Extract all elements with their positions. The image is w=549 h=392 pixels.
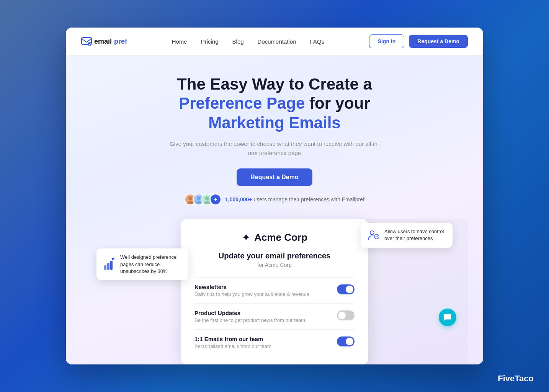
reduce-unsubscribes-icon: [103, 258, 116, 271]
pref-item-product-updates-name: Product Updates: [194, 310, 305, 316]
svg-rect-9: [107, 263, 109, 270]
pref-toggle-1-1-emails[interactable]: [337, 336, 355, 346]
svg-point-6: [205, 196, 209, 200]
pref-item-product-updates-desc: Be the first one to get product news fro…: [194, 317, 305, 323]
logo-pref: pref: [114, 38, 127, 46]
hero-title-part2: for your: [305, 94, 370, 112]
user-control-icon: [367, 228, 381, 242]
social-text: 1,000,000+ users manage their preference…: [225, 196, 364, 203]
svg-point-5: [196, 201, 202, 205]
svg-rect-8: [104, 265, 106, 270]
demo-hero-button[interactable]: Request a Demo: [237, 168, 312, 186]
tooltip-left-text: Well designed preference pages can reduc…: [120, 254, 182, 275]
avatar-plus: +: [210, 194, 221, 205]
nav-blog[interactable]: Blog: [232, 38, 244, 45]
logo-email: email: [94, 38, 112, 46]
hero-title-part1: The Easy Way to Create a: [177, 75, 372, 93]
pref-item-product-updates-text: Product Updates Be the first one to get …: [194, 310, 305, 323]
logo-icon: [81, 37, 92, 46]
social-proof: + 1,000,000+ users manage their preferen…: [185, 194, 364, 205]
social-count: 1,000,000+: [225, 196, 252, 203]
avatars: +: [185, 194, 221, 205]
pref-card-company: Acme Corp: [254, 232, 307, 243]
nav-actions: Sign In Request a Demo: [369, 34, 468, 48]
svg-rect-10: [110, 261, 113, 270]
svg-point-7: [204, 201, 210, 205]
browser-window: emailpref Home Pricing Blog Documentatio…: [66, 28, 483, 364]
pref-card: ✦ Acme Corp Update your email preference…: [181, 219, 368, 364]
pref-item-newsletters-name: Newsletters: [194, 284, 309, 290]
logo: emailpref: [81, 37, 127, 46]
social-suffix: users manage their preferences with Emai…: [252, 196, 364, 203]
nav-links: Home Pricing Blog Documentation FAQs: [172, 38, 324, 45]
hero-title-highlight2: Marketing Emails: [208, 114, 340, 132]
svg-point-3: [187, 201, 193, 205]
navbar: emailpref Home Pricing Blog Documentatio…: [66, 28, 483, 56]
demo-nav-button[interactable]: Request a Demo: [409, 35, 468, 48]
pref-item-1-1-emails-desc: Personalised emails from our team: [194, 343, 271, 349]
hero-section: The Easy Way to Create a Preference Page…: [66, 56, 483, 364]
pref-card-title: Update your email preferences: [194, 252, 355, 260]
hero-title: The Easy Way to Create a Preference Page…: [141, 75, 408, 132]
signin-button[interactable]: Sign In: [369, 34, 405, 48]
tooltip-left: Well designed preference pages can reduc…: [96, 248, 188, 280]
pref-toggle-newsletters[interactable]: [337, 284, 355, 294]
pref-toggle-product-updates[interactable]: [337, 310, 355, 320]
pref-item-1-1-emails-name: 1:1 Emails from our team: [194, 336, 271, 342]
watermark-taco: Taco: [515, 374, 534, 383]
tooltip-right-text: Allow users to have control over their p…: [384, 228, 446, 242]
pref-item-1-1-emails: 1:1 Emails from our team Personalised em…: [194, 329, 355, 355]
pref-item-product-updates: Product Updates Be the first one to get …: [194, 303, 355, 329]
hero-title-highlight1: Preference Page: [179, 94, 305, 112]
chat-button[interactable]: [439, 309, 456, 326]
pref-item-1-1-emails-text: 1:1 Emails from our team Personalised em…: [194, 336, 271, 349]
watermark-five: Five: [498, 374, 515, 383]
watermark: FiveTaco: [498, 374, 534, 384]
pref-item-newsletters: Newsletters Daily tips to help you grow …: [194, 277, 355, 303]
hero-subtitle: Give your customers the power to choose …: [167, 139, 382, 158]
svg-point-11: [370, 231, 374, 235]
chat-icon: [443, 313, 452, 322]
tooltip-right: Allow users to have control over their p…: [361, 223, 453, 247]
nav-pricing[interactable]: Pricing: [201, 38, 219, 45]
svg-point-1: [88, 42, 92, 46]
pref-card-logo: ✦ Acme Corp: [194, 231, 355, 244]
pref-card-subtitle: for Acme Corp: [194, 262, 355, 268]
nav-home[interactable]: Home: [172, 38, 187, 45]
nav-faqs[interactable]: FAQs: [310, 38, 324, 45]
cards-area: Well designed preference pages can reduc…: [81, 219, 468, 364]
pref-item-newsletters-desc: Daily tips to help you grow your audienc…: [194, 291, 309, 297]
star-icon: ✦: [242, 231, 250, 244]
pref-item-newsletters-text: Newsletters Daily tips to help you grow …: [194, 284, 309, 297]
svg-point-2: [188, 196, 192, 200]
nav-documentation[interactable]: Documentation: [258, 38, 296, 45]
svg-point-4: [197, 196, 201, 200]
